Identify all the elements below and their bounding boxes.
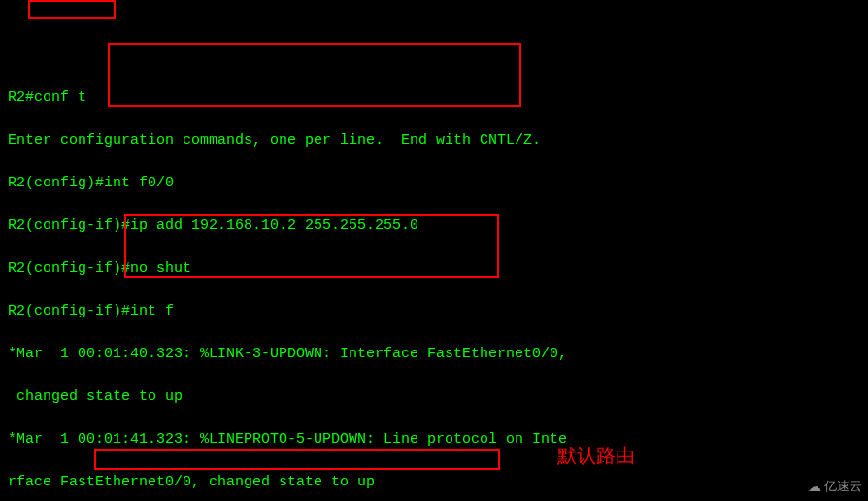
- terminal-line: *Mar 1 00:01:41.323: %LINEPROTO-5-UPDOWN…: [8, 429, 860, 451]
- terminal-line: *Mar 1 00:01:40.323: %LINK-3-UPDOWN: Int…: [8, 344, 860, 365]
- terminal-line: R2#conf t: [8, 87, 860, 109]
- terminal-line: R2(config-if)#no shut: [8, 258, 860, 280]
- terminal-line: R2(config-if)#ip add 192.168.10.2 255.25…: [8, 216, 860, 237]
- terminal-line: R2(config)#int f0/0: [8, 173, 860, 194]
- watermark: ☁ 亿速云: [808, 476, 862, 497]
- watermark-text: 亿速云: [824, 476, 862, 497]
- annotation-default-route: 默认路由: [557, 445, 635, 466]
- highlight-box-ip-route: [94, 449, 500, 470]
- terminal-line: changed state to up: [8, 386, 860, 408]
- cloud-icon: ☁: [808, 476, 821, 497]
- terminal-line: R2(config-if)#int f: [8, 301, 860, 322]
- highlight-box-conf-t: [28, 0, 116, 19]
- terminal-line: Enter configuration commands, one per li…: [8, 130, 860, 151]
- terminal-line: rface FastEthernet0/0, changed state to …: [8, 472, 860, 493]
